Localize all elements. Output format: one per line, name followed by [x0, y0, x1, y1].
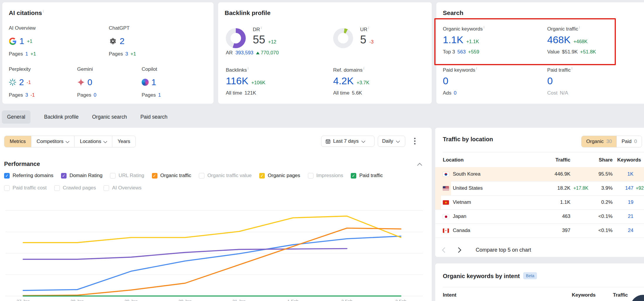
prev-page-icon[interactable] — [442, 247, 447, 253]
top3-count[interactable]: 563 — [457, 49, 466, 55]
years-filter-button[interactable]: Years — [112, 136, 135, 147]
next-page-icon[interactable] — [456, 247, 461, 253]
granularity-button[interactable]: Daily — [378, 136, 405, 147]
metric-delta: +1 — [27, 38, 33, 44]
metric-checkbox-organic-traffic-value[interactable]: Organic traffic value — [199, 173, 252, 179]
metric-checkbox-organic-pages[interactable]: ✓Organic pages — [259, 173, 300, 179]
table-row-united-states[interactable]: United States 18.2K +17.8K 3.9% 147 +92 — [435, 181, 644, 196]
date-range-button[interactable]: Last 7 days — [321, 136, 374, 147]
col-location: Location — [443, 154, 464, 167]
compare-top5-link[interactable]: Compare top 5 on chart — [476, 247, 531, 253]
info-icon[interactable]: i — [248, 66, 249, 70]
metric-checkbox-organic-traffic[interactable]: ✓Organic traffic — [152, 173, 191, 179]
competitors-filter-button[interactable]: Competitors — [31, 136, 75, 147]
keywords-link[interactable]: 19 — [601, 195, 633, 209]
gemini-icon — [77, 78, 85, 86]
ref-domains-value[interactable]: 4.2K — [333, 75, 354, 87]
metric-paid-keywords: Paid keywordsi 0 Ads0 — [443, 66, 540, 96]
metric-paid-traffic: Paid traffici 0 CostN/A — [547, 66, 644, 96]
metrics-filter-button[interactable]: Metrics — [4, 136, 31, 147]
col-keywords: Keywords — [601, 154, 641, 167]
search-card: Search Organic keywordsi 1.1K +1.1K Top … — [436, 2, 644, 104]
keywords-link[interactable]: 21 — [601, 209, 633, 223]
table-row-vietnam[interactable]: ★ Vietnam 1.1K 0.2% 19 — [435, 195, 644, 210]
organic-keywords-value[interactable]: 1.1K — [443, 34, 463, 46]
chevron-down-icon — [361, 139, 365, 143]
checked-checkbox-icon[interactable]: ✓ — [152, 173, 157, 179]
metric-organic-traffic: Organic traffici 468K +468K Value$51.9K+… — [547, 25, 644, 55]
table-row-south-korea[interactable]: South Korea 446.9K 95.5% 1K — [435, 167, 644, 181]
pages-count[interactable]: 3 — [125, 51, 128, 57]
metric-checkbox-paid-traffic-cost[interactable]: Paid traffic cost — [4, 185, 47, 191]
metric-backlinks: Backlinksi 116K +106K All time121K — [226, 66, 323, 96]
metric-checkbox-paid-traffic[interactable]: ✓Paid traffic — [351, 173, 383, 179]
backlinks-value[interactable]: 116K — [226, 75, 248, 87]
toggle-organic[interactable]: Organic30 — [582, 136, 616, 147]
table-row-japan[interactable]: Japan 463 <0.1% 21 — [435, 209, 644, 224]
metric-delta: -1 — [27, 80, 31, 85]
metric-checkbox-url-rating[interactable]: URL Rating — [110, 173, 144, 179]
info-icon[interactable]: i — [363, 66, 364, 70]
performance-chart[interactable]: 27 Jan28 Jan29 Jan30 Jan31 Jan1 Feb2 Feb… — [0, 195, 432, 301]
info-icon[interactable]: i — [368, 26, 369, 30]
toggle-paid[interactable]: Paid0 — [616, 136, 642, 147]
unchecked-checkbox-icon[interactable] — [308, 173, 313, 179]
collapse-chevron-icon[interactable] — [417, 163, 422, 168]
metric-checkbox-crawled-pages[interactable]: Crawled pages — [54, 185, 96, 191]
unchecked-checkbox-icon[interactable] — [110, 173, 116, 179]
location-name[interactable]: United States — [453, 181, 483, 195]
pages-count[interactable]: 1 — [25, 51, 28, 57]
checked-checkbox-icon[interactable]: ✓ — [61, 173, 67, 179]
location-name[interactable]: Japan — [453, 209, 466, 223]
svg-text:27 Jan: 27 Jan — [16, 299, 30, 301]
unchecked-checkbox-icon[interactable] — [4, 185, 10, 191]
flag-japan-icon — [443, 214, 449, 219]
tab-backlink-profile[interactable]: Backlink profile — [44, 114, 79, 120]
keywords-by-intent-title: Organic keywords by intentBeta — [443, 272, 537, 280]
tab-paid-search[interactable]: Paid search — [140, 114, 167, 120]
checked-checkbox-icon[interactable]: ✓ — [351, 173, 356, 179]
unchecked-checkbox-icon[interactable] — [54, 185, 60, 191]
metric-checkbox-ai-overviews[interactable]: AI Overviews — [104, 185, 141, 191]
locations-filter-button[interactable]: Locations — [74, 136, 112, 147]
location-name[interactable]: Canada — [453, 223, 470, 238]
chart-line-domain-rating — [23, 249, 347, 259]
keywords-link[interactable]: 24 — [601, 223, 633, 238]
ur-value: 5 — [360, 33, 366, 46]
info-icon[interactable]: i — [476, 66, 477, 70]
tab-general[interactable]: General — [2, 110, 30, 124]
svg-text:30 Jan: 30 Jan — [178, 299, 191, 301]
ar-value[interactable]: 393,593 — [235, 50, 253, 56]
flag-vietnam-icon: ★ — [443, 200, 449, 205]
keywords-link[interactable]: 1K — [601, 167, 633, 181]
pages-count[interactable]: 3 — [25, 92, 28, 98]
info-icon[interactable]: i — [572, 66, 572, 70]
location-name[interactable]: Vietnam — [453, 195, 471, 209]
info-icon[interactable]: i — [579, 25, 580, 29]
metric-value: 2 — [120, 36, 125, 46]
info-icon[interactable]: i — [261, 26, 262, 30]
more-options-kebab-icon[interactable] — [414, 138, 416, 144]
checked-checkbox-icon[interactable]: ✓ — [259, 173, 265, 179]
metric-value: 1 — [151, 77, 156, 87]
pages-count[interactable]: 0 — [94, 92, 96, 98]
pages-count[interactable]: 1 — [158, 92, 161, 98]
table-row-canada[interactable]: ✶ Canada 397 <0.1% 24 — [435, 223, 644, 238]
metric-checkbox-impressions[interactable]: Impressions — [308, 173, 343, 179]
svg-text:28 Jan: 28 Jan — [70, 299, 84, 301]
location-name[interactable]: South Korea — [453, 167, 481, 181]
dr-donut-chart — [226, 28, 246, 48]
unchecked-checkbox-icon[interactable] — [199, 173, 204, 179]
info-icon[interactable]: i — [43, 9, 44, 14]
organic-traffic-value[interactable]: 468K — [547, 34, 570, 46]
metric-checkbox-referring-domains[interactable]: ✓Referring domains — [4, 173, 53, 179]
metric-checkbox-domain-rating[interactable]: ✓Domain Rating — [61, 173, 102, 179]
info-icon[interactable]: i — [484, 25, 484, 29]
overview-tabs: General Backlink profile Organic search … — [2, 109, 167, 125]
unchecked-checkbox-icon[interactable] — [104, 185, 109, 191]
keywords-link[interactable]: 147 — [601, 181, 633, 195]
paid-traffic-value: 0 — [547, 75, 553, 87]
tab-organic-search[interactable]: Organic search — [92, 114, 127, 120]
checked-checkbox-icon[interactable]: ✓ — [4, 173, 10, 179]
metric-ref-domains: Ref. domainsi 4.2K +3.7K All time5.6K — [333, 66, 430, 96]
